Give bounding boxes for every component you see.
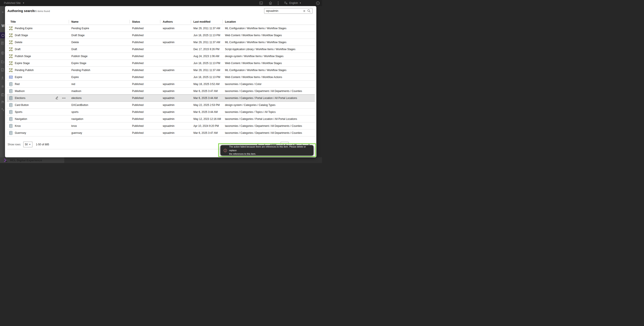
row-modified: Mar 29, 2011 11:37 AM bbox=[191, 41, 222, 44]
users-icon[interactable] bbox=[1, 100, 4, 104]
settings-gear-icon[interactable] bbox=[1, 85, 4, 88]
row-name: Delete bbox=[69, 41, 130, 44]
tasks-icon[interactable] bbox=[1, 68, 4, 72]
content-items-icon[interactable] bbox=[1, 41, 4, 45]
row-modified: Aug 24, 2023 1:06 AM bbox=[191, 55, 222, 58]
row-title: Madison bbox=[15, 90, 24, 93]
workflow-stage-icon bbox=[9, 40, 13, 44]
table-row[interactable]: Expire Stage ••• Expire Stage Published … bbox=[7, 60, 315, 67]
row-status: Published bbox=[130, 110, 160, 113]
authoring-search-modal: Authoring search 885 items found Title N… bbox=[5, 6, 316, 157]
projects-icon[interactable] bbox=[1, 93, 4, 97]
search-icon[interactable] bbox=[306, 9, 311, 13]
sidebar-section-title: W bbox=[2, 24, 5, 28]
sidebar-active-item[interactable] bbox=[0, 32, 5, 38]
row-status: Published bbox=[130, 97, 160, 100]
row-authors: wpsadmin bbox=[160, 110, 191, 113]
row-status: Published bbox=[130, 41, 160, 44]
column-header-status[interactable]: Status bbox=[130, 19, 160, 25]
table-row[interactable]: Draft Stage ••• Draft Stage Published Ju… bbox=[7, 32, 315, 39]
table-row[interactable]: Navigation ••• navigation Published wpsa… bbox=[7, 115, 315, 122]
table-row[interactable]: Pending Expire ••• Pending Expire Publis… bbox=[7, 25, 315, 32]
workflow-stage-icon bbox=[9, 54, 13, 58]
workflow-stage-icon bbox=[9, 33, 13, 37]
table-row[interactable]: Elections ••• elections Published wpsadm… bbox=[7, 95, 315, 102]
row-location: ML Configuration / Workflow Items / Work… bbox=[222, 41, 315, 44]
row-status: Published bbox=[130, 34, 160, 37]
row-authors: wpsadmin bbox=[160, 90, 191, 93]
column-header-title[interactable]: Title bbox=[7, 19, 69, 25]
row-status: Published bbox=[130, 48, 160, 51]
row-title: Navigation bbox=[15, 117, 27, 120]
clear-search-icon[interactable] bbox=[302, 9, 306, 13]
row-authors: wpsadmin bbox=[160, 69, 191, 72]
row-location: ML Configuration / Workflow Items / Work… bbox=[222, 27, 315, 30]
folder-icon[interactable] bbox=[1, 60, 4, 64]
row-status: Published bbox=[130, 131, 160, 134]
table-body: Pending Expire ••• Pending Expire Publis… bbox=[7, 25, 315, 136]
product-brand: HCL Digital Experience bbox=[4, 157, 42, 163]
rows-per-page-value: 50 bbox=[25, 143, 28, 146]
info-icon[interactable] bbox=[316, 1, 320, 5]
row-authors: wpsadmin bbox=[160, 97, 191, 100]
table-row[interactable]: Red ••• red Published wpsadmin May 16, 2… bbox=[7, 81, 315, 88]
row-authors: wpsadmin bbox=[160, 117, 191, 120]
table-row[interactable]: Madison ••• madison Published wpsadmin M… bbox=[7, 88, 315, 95]
search-input[interactable] bbox=[264, 9, 302, 13]
home-icon[interactable] bbox=[268, 1, 272, 5]
category-icon bbox=[9, 89, 13, 93]
translate-icon bbox=[284, 1, 288, 5]
more-options-icon[interactable] bbox=[278, 2, 278, 5]
row-status: Published bbox=[130, 83, 160, 86]
row-location: taxonomies / Categories / Department / A… bbox=[222, 131, 315, 134]
table-row[interactable]: Draft ••• Draft Published Dec 17, 2015 9… bbox=[7, 46, 315, 53]
site-selector[interactable]: Published Site ▼ bbox=[4, 0, 24, 6]
back-arrow-icon[interactable]: ← bbox=[2, 10, 5, 13]
table-row[interactable]: Pending Publish ••• Pending Publish Publ… bbox=[7, 67, 315, 74]
top-bar: Published Site ▼ English ▼ bbox=[0, 0, 322, 6]
table-row[interactable]: Card Button ••• DXCardButton Published w… bbox=[7, 102, 315, 108]
edit-icon[interactable] bbox=[55, 96, 59, 100]
row-authors: wpsadmin bbox=[160, 83, 191, 86]
table-row[interactable]: Delete ••• Delete Published wpsadmin Mar… bbox=[7, 39, 315, 46]
rows-per-page-select[interactable]: 50 ▼ bbox=[23, 142, 32, 147]
more-actions-icon[interactable]: ••• bbox=[62, 96, 66, 100]
column-header-modified[interactable]: Last modified bbox=[191, 19, 222, 25]
row-name: red bbox=[69, 83, 130, 86]
column-header-authors[interactable]: Authors bbox=[160, 19, 191, 25]
user-icon[interactable] bbox=[1, 76, 4, 80]
media-icon[interactable] bbox=[1, 51, 4, 55]
table-row[interactable]: Guernsey ••• guernsey Published wpsadmin… bbox=[7, 129, 315, 136]
results-table: Title Name Status Authors Last modified … bbox=[7, 19, 315, 136]
row-modified: Mar 6, 2025 3:47 AM bbox=[191, 131, 222, 134]
table-row[interactable]: Sports ••• sports Published wpsadmin Mar… bbox=[7, 108, 315, 115]
workflow-stage-icon bbox=[9, 61, 13, 65]
language-selector[interactable]: English ▼ bbox=[284, 1, 301, 5]
table-header-row: Title Name Status Authors Last modified … bbox=[7, 19, 315, 25]
row-name: Publish Stage bbox=[69, 55, 130, 58]
sidebar-translate-icon[interactable] bbox=[1, 108, 4, 112]
row-name: Pending Publish bbox=[69, 69, 130, 72]
workflow-stage-icon bbox=[9, 26, 13, 30]
show-rows-label: Show rows: bbox=[8, 143, 21, 146]
row-location: taxonomies / Categories / Department / A… bbox=[222, 90, 315, 93]
category-icon bbox=[9, 103, 13, 107]
row-title: Pending Expire bbox=[15, 27, 32, 30]
row-status: Published bbox=[130, 76, 160, 79]
column-header-name[interactable]: Name bbox=[69, 19, 130, 25]
web-console-icon[interactable] bbox=[259, 1, 263, 5]
row-location: Web Content / Workflow Items / Workflow … bbox=[222, 62, 315, 65]
row-location: taxonomies / Categories / Portal Locatio… bbox=[222, 117, 315, 120]
table-row[interactable]: Knox ••• knox Published wpsadmin Apr 10,… bbox=[7, 122, 315, 129]
category-icon bbox=[9, 124, 13, 128]
row-location: Script Application Library / Workflow It… bbox=[222, 48, 315, 51]
row-title: Pending Publish bbox=[15, 69, 34, 72]
row-name: Pending Expire bbox=[69, 27, 130, 30]
workflow-stage-icon bbox=[9, 68, 13, 72]
row-modified: Apr 10, 2024 9:20 PM bbox=[191, 124, 222, 127]
table-row[interactable]: Publish Stage ••• Publish Stage Publishe… bbox=[7, 53, 315, 60]
row-modified: Jun 18, 2025 11:13 PM bbox=[191, 62, 222, 65]
table-row[interactable]: Expire ••• Expire Published Jun 18, 2025… bbox=[7, 74, 315, 81]
result-count: 885 items found bbox=[33, 10, 50, 13]
column-header-location[interactable]: Location bbox=[222, 19, 315, 25]
